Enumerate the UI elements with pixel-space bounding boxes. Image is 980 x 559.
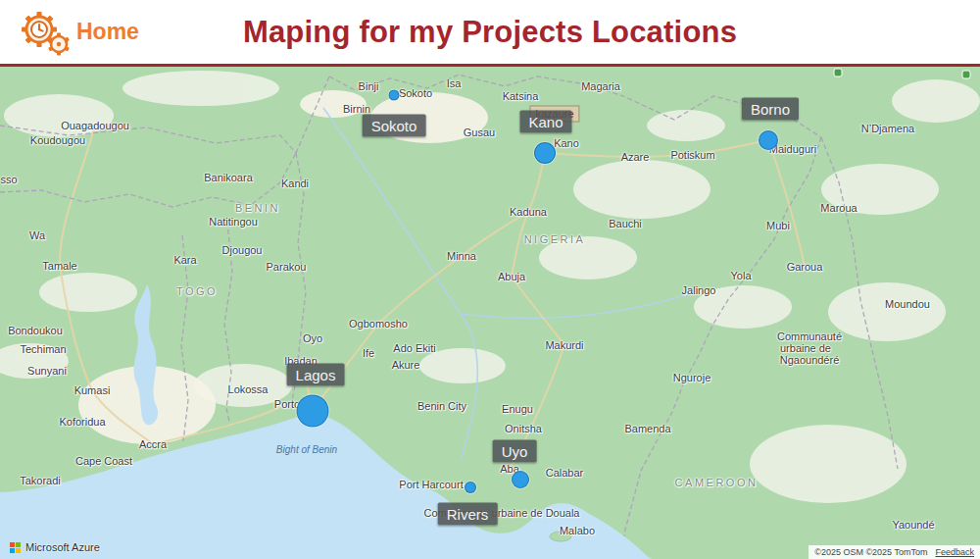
map-markers-layer: SokotoKanoBornoLagosUyoRivers — [0, 67, 980, 559]
map-copyright: ©2025 OSM ©2025 TomTom Feedback — [808, 545, 980, 559]
azure-attribution: Microsoft Azure — [10, 541, 100, 553]
home-button[interactable]: Home — [76, 19, 139, 45]
project-label-kano[interactable]: Kano — [519, 111, 571, 133]
gear-clock-logo-icon — [16, 7, 73, 58]
microsoft-logo-icon — [10, 542, 21, 553]
brand-area: Home — [16, 7, 139, 58]
map-canvas[interactable]: OuagadougouKoudougoussoBinjiSokotoBirnin… — [0, 67, 980, 559]
project-marker-borno[interactable] — [759, 130, 778, 150]
project-label-uyo[interactable]: Uyo — [493, 440, 537, 463]
project-label-borno[interactable]: Borno — [742, 98, 799, 121]
copyright-text: ©2025 OSM ©2025 TomTom — [814, 547, 927, 557]
project-marker-kano[interactable] — [534, 142, 556, 164]
app-window: Home Maping for my Projects Locations — [0, 0, 980, 559]
feedback-link[interactable]: Feedback — [935, 547, 974, 557]
project-label-rivers[interactable]: Rivers — [438, 503, 498, 526]
project-label-sokoto[interactable]: Sokoto — [363, 115, 426, 137]
project-label-lagos[interactable]: Lagos — [287, 364, 345, 386]
app-header: Home Maping for my Projects Locations — [0, 0, 980, 67]
page-title: Maping for my Projects Locations — [0, 0, 980, 64]
project-marker-lagos[interactable] — [297, 395, 329, 428]
project-marker-rivers[interactable] — [465, 482, 476, 493]
azure-attribution-text: Microsoft Azure — [25, 541, 100, 553]
project-marker-sokoto[interactable] — [389, 90, 400, 101]
project-marker-uyo[interactable] — [512, 471, 529, 488]
